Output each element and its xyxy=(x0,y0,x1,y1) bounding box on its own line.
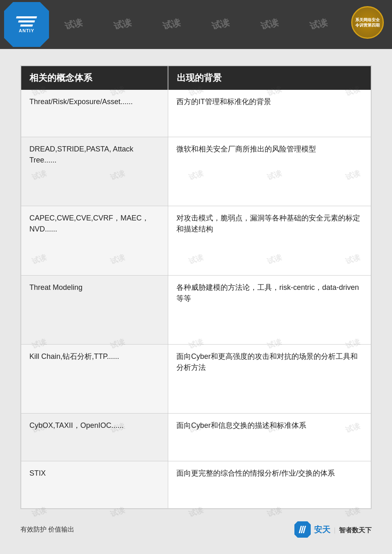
watermark-2: 试读 xyxy=(112,16,133,33)
logo: ANTIY xyxy=(4,2,49,47)
row3-col1: CAPEC,CWE,CVE,CVRF，MAEC，NVD...... xyxy=(21,206,168,275)
row5-col1: Kill Chain,钻石分析,TTP...... xyxy=(21,344,168,413)
header-watermark-area: 试读 试读 试读 试读 试读 试读 试读 xyxy=(49,0,392,49)
footer: 有效防护 价值输出 安天 | 智者数天下 xyxy=(20,517,372,538)
table-row: DREAD,STRIDE,PASTA, Attack Tree...... 微软… xyxy=(21,137,371,206)
brand-sub-text: 智者数天下 xyxy=(339,527,372,534)
table-row: STIX 面向更完整的综合性的情报分析/作业/交换的体系 xyxy=(21,461,371,508)
row7-col1: STIX xyxy=(21,461,168,508)
row5-col2: 面向Cyber和更高强度的攻击和对抗的场景的分析工具和分析方法 xyxy=(168,344,371,413)
header: ANTIY 试读 试读 试读 试读 试读 试读 试读 系关网络安全令训营第四期 xyxy=(0,0,392,49)
col1-header: 相关的概念体系 xyxy=(21,66,168,90)
footer-logo-icon xyxy=(294,521,311,538)
watermark-1: 试读 xyxy=(63,16,84,33)
row7-col2: 面向更完整的综合性的情报分析/作业/交换的体系 xyxy=(168,461,371,508)
footer-brand: 安天 | 智者数天下 xyxy=(294,521,372,538)
row4-col1: Threat Modeling xyxy=(21,275,168,344)
row2-col2: 微软和相关安全厂商所推出的风险管理模型 xyxy=(168,137,371,206)
main-content: 相关的概念体系 出现的背景 Threat/Risk/Exposure/Asset… xyxy=(0,49,392,554)
row3-col2: 对攻击模式，脆弱点，漏洞等各种基础的安全元素的标定和描述结构 xyxy=(168,206,371,275)
col2-header: 出现的背景 xyxy=(168,66,371,90)
footer-tagline: 有效防护 价值输出 xyxy=(20,525,74,534)
table-row: CAPEC,CWE,CVE,CVRF，MAEC，NVD...... 对攻击模式，… xyxy=(21,206,371,275)
table-row: Threat/Risk/Exposure/Asset...... 西方的IT管理… xyxy=(21,90,371,137)
row4-col2: 各种威胁建模的方法论，工具，risk-centric，data-driven等等 xyxy=(168,275,371,344)
badge-text: 系关网络安全令训营第四期 xyxy=(354,17,381,28)
row6-col2: 面向Cyber和信息交换的描述和标准体系 xyxy=(168,414,371,461)
watermark-5: 试读 xyxy=(259,16,280,33)
watermark-6: 试读 xyxy=(308,16,329,33)
watermark-4: 试读 xyxy=(210,16,231,33)
table-wrapper: 相关的概念体系 出现的背景 Threat/Risk/Exposure/Asset… xyxy=(20,65,372,509)
row2-col1: DREAD,STRIDE,PASTA, Attack Tree...... xyxy=(21,137,168,206)
header-badge: 系关网络安全令训营第四期 xyxy=(349,4,386,41)
logo-text: ANTIY xyxy=(19,28,34,33)
row1-col1: Threat/Risk/Exposure/Asset...... xyxy=(21,90,168,137)
table-row: CybOX,TAXII，OpenIOC...... 面向Cyber和信息交换的描… xyxy=(21,414,371,461)
watermark-3: 试读 xyxy=(161,16,182,33)
brand-name-text: 安天 xyxy=(314,525,330,534)
row1-col2: 西方的IT管理和标准化的背景 xyxy=(168,90,371,137)
footer-brand-name: 安天 | 智者数天下 xyxy=(314,524,372,535)
row6-col1: CybOX,TAXII，OpenIOC...... xyxy=(21,414,168,461)
table-row: Threat Modeling 各种威胁建模的方法论，工具，risk-centr… xyxy=(21,275,371,344)
concepts-table: 相关的概念体系 出现的背景 Threat/Risk/Exposure/Asset… xyxy=(21,66,371,508)
footer-logo xyxy=(294,521,311,538)
table-row: Kill Chain,钻石分析,TTP...... 面向Cyber和更高强度的攻… xyxy=(21,344,371,413)
